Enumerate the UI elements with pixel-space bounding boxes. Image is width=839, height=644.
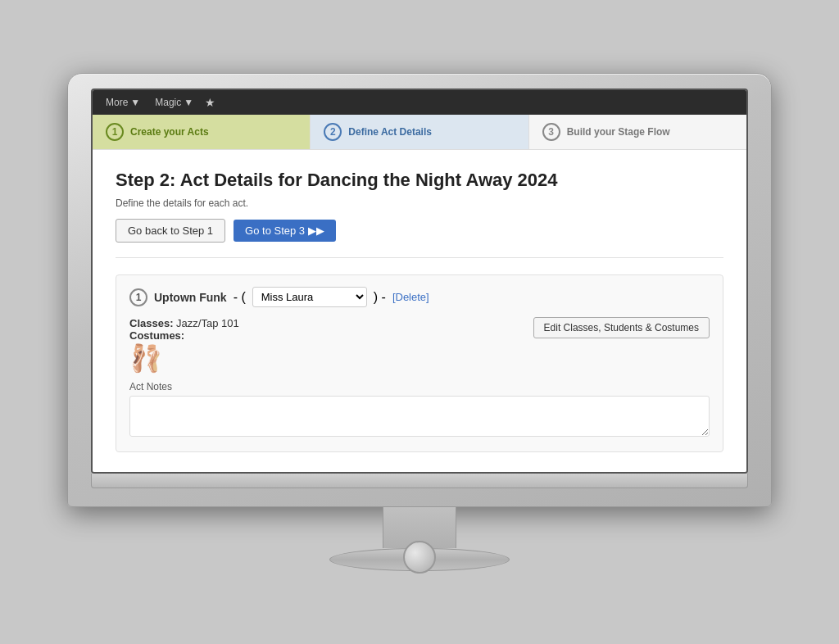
- stand-circle: [403, 541, 436, 574]
- page-subtitle: Define the details for each act.: [116, 197, 723, 209]
- classes-label: Classes:: [129, 317, 173, 329]
- monitor-chin: [91, 474, 748, 488]
- act-item: 1 Uptown Funk - ( Miss Laura Miss Sarah …: [116, 274, 723, 452]
- step-3-label: Build your Stage Flow: [567, 126, 670, 138]
- magic-menu-button[interactable]: Magic ▼: [152, 95, 197, 110]
- next-step-button[interactable]: Go to Step 3 ▶▶: [234, 220, 336, 242]
- screen: More ▼ Magic ▼ ★ 1 Create your Acts: [91, 88, 748, 474]
- step-3-circle: 3: [542, 123, 560, 141]
- costumes-label: Costumes:: [129, 329, 184, 342]
- magic-label: Magic: [155, 97, 181, 108]
- act-separator: - (: [234, 290, 246, 305]
- stand-base: [329, 548, 510, 571]
- costume-icon: 🩰: [129, 345, 239, 371]
- step-1-label: Create your Acts: [130, 126, 209, 138]
- act-header: 1 Uptown Funk - ( Miss Laura Miss Sarah …: [129, 287, 710, 307]
- star-icon[interactable]: ★: [205, 96, 215, 109]
- monitor: More ▼ Magic ▼ ★ 1 Create your Acts: [67, 73, 772, 571]
- act-details: Classes: Jazz/Tap 101 Costumes: 🩰 Edit C…: [129, 317, 710, 371]
- act-teacher-select[interactable]: Miss Laura Miss Sarah Mr. James: [252, 287, 367, 307]
- more-menu-button[interactable]: More ▼: [102, 95, 143, 110]
- act-notes-textarea[interactable]: [129, 396, 710, 437]
- act-name: Uptown Funk: [154, 291, 227, 304]
- divider: [116, 257, 723, 258]
- back-step-button[interactable]: Go back to Step 1: [116, 219, 225, 243]
- step-2-label: Define Act Details: [348, 126, 432, 138]
- action-bar: Go back to Step 1 Go to Step 3 ▶▶: [116, 219, 723, 243]
- act-separator-close: ) -: [374, 290, 386, 305]
- act-classes-row: Classes: Jazz/Tap 101: [129, 317, 239, 329]
- main-content: Step 2: Act Details for Dancing the Nigh…: [93, 150, 746, 472]
- more-dropdown-icon: ▼: [130, 97, 140, 108]
- step-tab-2[interactable]: 2 Define Act Details: [311, 115, 528, 149]
- magic-dropdown-icon: ▼: [184, 97, 193, 108]
- act-delete-link[interactable]: [Delete]: [392, 291, 429, 303]
- step-tab-3[interactable]: 3 Build your Stage Flow: [529, 115, 746, 149]
- act-notes-label: Act Notes: [129, 381, 710, 392]
- toolbar: More ▼ Magic ▼ ★: [93, 90, 746, 115]
- classes-value: Jazz/Tap 101: [176, 317, 239, 329]
- steps-nav: 1 Create your Acts 2 Define Act Details …: [93, 115, 746, 150]
- act-info-right: Edit Classes, Students & Costumes: [533, 317, 710, 338]
- step-1-circle: 1: [106, 123, 124, 141]
- act-number-circle: 1: [129, 288, 147, 306]
- step-tab-1[interactable]: 1 Create your Acts: [93, 115, 311, 149]
- page-title: Step 2: Act Details for Dancing the Nigh…: [116, 170, 723, 191]
- monitor-bezel: More ▼ Magic ▼ ★ 1 Create your Acts: [67, 73, 772, 507]
- act-info-left: Classes: Jazz/Tap 101 Costumes: 🩰: [129, 317, 239, 371]
- edit-classes-button[interactable]: Edit Classes, Students & Costumes: [533, 317, 710, 338]
- step-2-circle: 2: [324, 123, 342, 141]
- more-label: More: [106, 97, 128, 108]
- act-costumes-row: Costumes:: [129, 329, 239, 342]
